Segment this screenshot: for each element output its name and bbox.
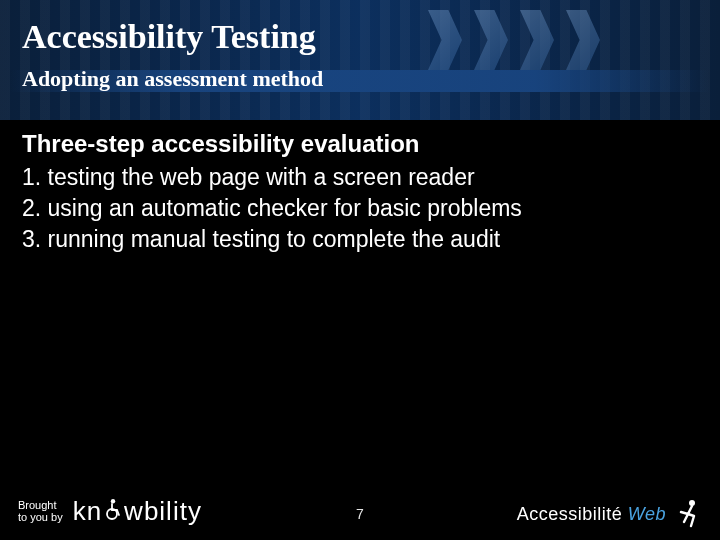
page-number: 7 <box>356 506 364 522</box>
slide-body: Three-step accessibility evaluation 1. t… <box>22 130 698 255</box>
body-heading: Three-step accessibility evaluation <box>22 130 698 158</box>
accessibilite-web-text: Accessibilité Web <box>517 504 666 525</box>
chevron-decoration <box>428 10 600 70</box>
step-2: 2. using an automatic checker for basic … <box>22 193 698 224</box>
aw-part2: Web <box>628 504 666 524</box>
step-3: 3. running manual testing to complete th… <box>22 224 698 255</box>
step-1: 1. testing the web page with a screen re… <box>22 162 698 193</box>
knowbility-prefix: kn <box>73 496 102 527</box>
wheelchair-icon <box>102 498 124 520</box>
slide-title: Accessibility Testing <box>22 18 316 56</box>
aw-part1: Accessibilité <box>517 504 623 524</box>
runner-icon <box>674 498 702 530</box>
knowbility-suffix: wbility <box>124 496 202 527</box>
accessibilite-web-logo: Accessibilité Web <box>517 498 702 530</box>
brought-line-1: Brought <box>18 499 63 511</box>
brought-to-you-by: Brought to you by <box>18 499 63 523</box>
slide-subtitle: Adopting an assessment method <box>22 66 323 92</box>
brought-line-2: to you by <box>18 511 63 523</box>
footer: Brought to you by kn wbility 7 Accessibi… <box>0 482 720 540</box>
svg-point-0 <box>111 499 115 503</box>
knowbility-logo: kn wbility <box>73 496 202 527</box>
